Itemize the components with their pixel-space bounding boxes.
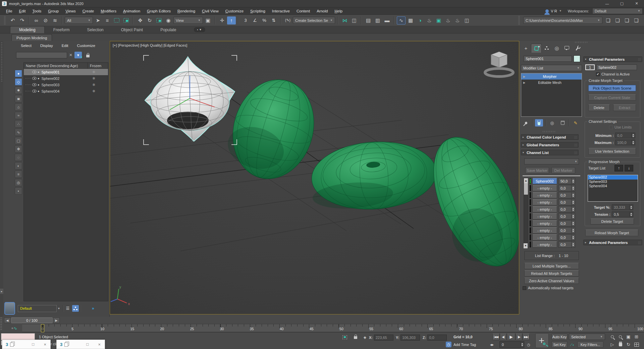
explorer-search-input[interactable] xyxy=(16,52,67,58)
reload-all-morph-targets-button[interactable]: Reload All Morph Targets xyxy=(524,270,579,277)
display-cameras-icon[interactable]: ◙ xyxy=(15,95,22,102)
remove-modifier-icon[interactable] xyxy=(558,119,567,127)
scroll-down-icon[interactable]: ▼ xyxy=(524,243,528,248)
selection-lock-icon[interactable] xyxy=(352,333,360,340)
auto-reload-checkbox[interactable] xyxy=(523,286,526,290)
tab-display[interactable] xyxy=(562,44,572,53)
display-helpers-icon[interactable]: ⌂ xyxy=(15,103,22,111)
polygon-modeling-panel-tab[interactable]: Polygon Modeling xyxy=(11,34,52,41)
explorer-menu-item[interactable]: Customize xyxy=(77,44,95,48)
next-key-icon[interactable]: |▶ xyxy=(516,334,522,340)
auto-key-button[interactable]: Auto Key xyxy=(551,334,568,340)
menu-item[interactable]: Views xyxy=(62,8,79,14)
display-groups-icon[interactable]: ▢ xyxy=(15,137,22,144)
delete-button[interactable]: Delete xyxy=(588,104,610,111)
scene-object-row[interactable]: ● Sphere003 ✻ xyxy=(24,82,108,88)
x-coordinate-field[interactable]: 223,65 xyxy=(374,335,393,341)
scene-object-row[interactable]: ● Sphere001 ✻ xyxy=(24,69,108,75)
rollout-advanced-parameters[interactable]: Advanced Parameters xyxy=(583,240,642,245)
spinner-arrows-icon[interactable] xyxy=(571,213,575,219)
scene-object-sphere003[interactable] xyxy=(309,138,438,213)
display-shapes-icon[interactable]: ◇ xyxy=(15,78,22,86)
minimize-button[interactable]: — xyxy=(600,0,614,7)
use-limits-checkbox[interactable] xyxy=(609,126,613,129)
channel-value-spinner[interactable]: 0,0 xyxy=(558,206,575,212)
select-object-icon[interactable]: ➤ xyxy=(94,16,102,24)
explorer-menu-item[interactable]: Edit xyxy=(62,44,68,48)
mirror-icon[interactable]: ⋈ xyxy=(340,16,349,24)
spinner-snap-icon[interactable]: ⇅ xyxy=(269,16,278,24)
reload-morph-target-button[interactable]: Reload Morph Target xyxy=(585,230,638,236)
menu-item[interactable]: Interactive xyxy=(269,8,293,14)
align-icon[interactable]: ◫ xyxy=(350,16,359,24)
time-slider[interactable]: ◀ 0 / 100 ▶ xyxy=(4,317,60,323)
floating-window-titlebar[interactable]: 3 □ × xyxy=(56,340,105,349)
chevron-down-icon[interactable]: ▼ xyxy=(57,305,61,312)
add-time-tag[interactable]: ◷ Add Time Tag xyxy=(446,342,476,347)
viewport-label[interactable]: [+] [Perspective] [High Quality] [Edged … xyxy=(113,43,187,47)
spinner-arrows-icon[interactable] xyxy=(571,220,575,226)
absolute-relative-coords-icon[interactable]: ◈ xyxy=(361,334,369,341)
zero-active-channel-values-button[interactable]: Zero Active Channel Values xyxy=(524,278,579,284)
menu-item[interactable]: Create xyxy=(79,8,98,14)
menu-item[interactable]: Arnold xyxy=(313,8,331,14)
maximize-button[interactable]: □ xyxy=(86,342,89,347)
window-crossing-icon[interactable] xyxy=(123,18,129,22)
rollout-channel-list[interactable]: Channel List xyxy=(521,150,579,155)
current-frame-spinner[interactable]: 0 xyxy=(499,341,524,348)
project-folder-icon[interactable]: ❏ xyxy=(604,16,612,24)
menu-item[interactable]: Rendering xyxy=(174,8,199,14)
key-mode-toggle-icon[interactable]: ◀▶ xyxy=(488,341,495,348)
toolbar-grip[interactable] xyxy=(518,16,520,25)
pick-object-from-scene-button[interactable]: Pick Object from Scene xyxy=(588,85,636,91)
y-coordinate-field[interactable]: 106,303 xyxy=(400,335,420,341)
toggle-scene-explorer-icon[interactable]: ▤ xyxy=(364,16,373,24)
channel-name-field[interactable]: Sphere002 xyxy=(596,64,637,70)
extract-button[interactable]: Extract xyxy=(613,104,636,111)
scene-object-sphere001-selected[interactable] xyxy=(144,55,237,145)
lock-explorer-icon[interactable] xyxy=(86,55,90,57)
floating-window-titlebar[interactable]: 3 □ × xyxy=(2,340,51,349)
save-folder-icon[interactable]: ❏ xyxy=(623,16,631,24)
ribbon-tab[interactable]: Freeform xyxy=(45,27,78,33)
morph-channel-button[interactable]: - empty - xyxy=(532,206,557,212)
select-and-rotate-icon[interactable]: ↻ xyxy=(145,16,154,24)
menu-item[interactable]: Civil View xyxy=(199,8,222,14)
clear-search-icon[interactable]: ✕ xyxy=(69,53,72,57)
current-frame-marker[interactable] xyxy=(41,324,44,332)
next-frame-icon[interactable]: ▶ xyxy=(53,317,60,323)
spinner-arrows-icon[interactable] xyxy=(571,235,575,240)
menu-item[interactable]: Help xyxy=(331,8,346,14)
display-geometry-icon[interactable]: ● xyxy=(15,70,22,77)
channel-value-spinner[interactable]: 0,0 xyxy=(558,220,575,227)
pin-explorer-icon[interactable]: ▪ xyxy=(15,187,22,195)
target-list-item[interactable]: Sphere004 xyxy=(588,184,638,188)
expand-arrow-icon[interactable]: ▶ xyxy=(523,81,526,84)
reference-coordinate-dropdown[interactable]: View▼ xyxy=(173,17,203,24)
go-to-start-icon[interactable]: |◀◀ xyxy=(492,334,499,340)
zoom-icon[interactable] xyxy=(608,333,616,340)
ribbon-tab[interactable]: Modeling xyxy=(10,26,45,33)
select-and-scale-icon[interactable] xyxy=(156,18,162,22)
a360-render-icon[interactable]: ◫ xyxy=(463,16,471,24)
undo-icon[interactable]: ↶ xyxy=(8,16,17,24)
rollout-channel-parameters[interactable]: Channel Parameters xyxy=(583,56,642,62)
column-header-frozen[interactable]: Frozen xyxy=(88,63,101,68)
expand-panel-arrow[interactable]: ▸ xyxy=(0,289,3,294)
menu-item[interactable]: Content xyxy=(293,8,313,14)
workspace-dropdown[interactable]: Default▼ xyxy=(592,8,643,14)
menu-item[interactable]: Graph Editors xyxy=(144,8,174,14)
ribbon-tab[interactable]: Object Paint xyxy=(112,27,152,33)
display-lights-icon[interactable]: ✹ xyxy=(15,87,22,94)
user-account-button[interactable]: V R ▼ xyxy=(543,9,564,13)
select-by-name-icon[interactable]: ≡ xyxy=(103,16,112,24)
zoom-extents-icon[interactable]: ▣ xyxy=(625,333,632,340)
timeline-grip[interactable] xyxy=(0,317,2,331)
hierarchy-view-icon[interactable] xyxy=(72,305,79,312)
z-coordinate-field[interactable]: 0,0 xyxy=(427,335,447,341)
edit-named-selection-sets-icon[interactable]: {✎} xyxy=(283,16,292,24)
column-header-name[interactable]: Name (Sorted Descending Age) xyxy=(24,63,88,68)
target-list-item[interactable]: Sphere003 xyxy=(588,180,638,184)
modifier-list-dropdown[interactable]: Modifier List▼ xyxy=(521,65,582,71)
scene-object-sphere004[interactable] xyxy=(414,124,519,280)
